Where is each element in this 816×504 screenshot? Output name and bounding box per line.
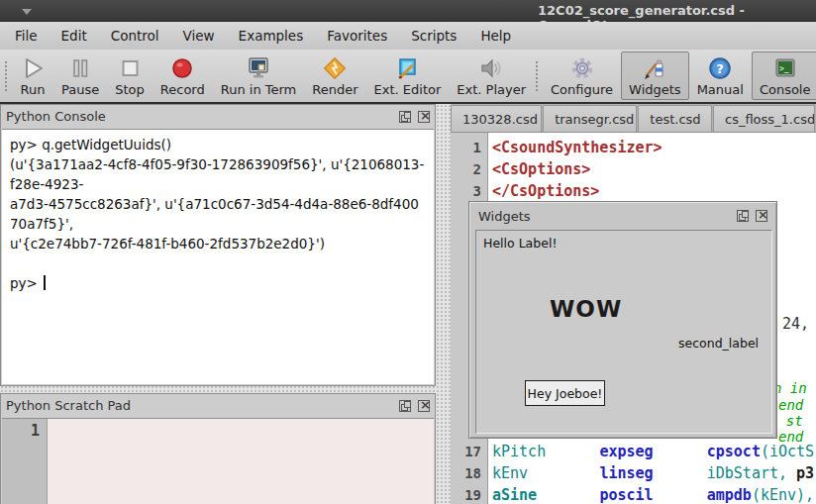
toolbar-button-label: Console bbox=[760, 82, 811, 97]
close-panel-icon[interactable] bbox=[418, 111, 430, 123]
console-line: py> bbox=[10, 273, 426, 293]
toolbar: RunPauseStopRecordRun in TermRenderExt. … bbox=[0, 50, 816, 104]
exteditor-icon bbox=[394, 55, 420, 81]
menu-file[interactable]: File bbox=[3, 24, 50, 48]
console-line: u'{c2e74bb7-726f-481f-b460-2fd537b2e2d0}… bbox=[10, 234, 426, 253]
hey-joeboe-button[interactable]: Hey Joeboe! bbox=[525, 380, 605, 406]
toolbar-console-button[interactable]: Console bbox=[752, 51, 816, 100]
close-panel-icon[interactable] bbox=[756, 210, 767, 222]
code-line: kEnv linseg iDbStart, p3 bbox=[492, 462, 814, 484]
toolbar-button-label: Stop bbox=[115, 82, 145, 97]
console-line: (u'{3a171aa2-4cf8-4f05-9f30-172863909f56… bbox=[10, 154, 426, 194]
menubar: FileEditControlViewExamplesFavoritesScri… bbox=[0, 22, 816, 50]
widgets-icon bbox=[642, 55, 667, 81]
line-number: 18 bbox=[464, 462, 481, 484]
menu-view[interactable]: View bbox=[171, 24, 227, 48]
float-panel-icon[interactable] bbox=[399, 111, 411, 123]
tab-130328.csd[interactable]: 130328.csd✖ bbox=[451, 105, 542, 132]
toolbar-widgets-button[interactable]: Widgets bbox=[621, 51, 689, 100]
menu-help[interactable]: Help bbox=[468, 24, 523, 48]
record-icon bbox=[169, 55, 195, 81]
toolbar-button-label: Ext. Player bbox=[457, 82, 526, 97]
line-number: 1 bbox=[473, 137, 481, 158]
console-line bbox=[10, 253, 426, 273]
code-line: </CsOptions> bbox=[492, 180, 599, 202]
toolbar-configure-button[interactable]: Configure bbox=[543, 51, 621, 100]
code-fragment: n in bbox=[773, 379, 807, 397]
toolbar-button-label: Record bbox=[160, 82, 205, 97]
stop-icon bbox=[117, 55, 143, 81]
toolbar-runterm-button[interactable]: Run in Term bbox=[213, 51, 305, 100]
code-line: <CsOptions> bbox=[492, 158, 590, 180]
document-tabbar: 130328.csd✖transegr.csd✖test.csd✖cs_flos… bbox=[451, 104, 816, 133]
run-icon bbox=[20, 55, 46, 81]
python-console-panel: Python Console py> q.getWidgetUuids()(u'… bbox=[0, 104, 436, 386]
configure-icon bbox=[569, 55, 595, 81]
menu-edit[interactable]: Edit bbox=[50, 24, 99, 48]
second-label: second_label bbox=[678, 336, 759, 351]
manual-icon bbox=[707, 55, 733, 81]
menu-examples[interactable]: Examples bbox=[227, 24, 316, 48]
console-line: py> q.getWidgetUuids() bbox=[10, 135, 426, 154]
python-scratch-pad-panel: Python Scratch Pad 1 bbox=[0, 393, 436, 504]
code-line: <CsoundSynthesizer> bbox=[492, 137, 663, 158]
runterm-icon bbox=[246, 55, 271, 81]
tab-transegr.csd[interactable]: transegr.csd✖ bbox=[543, 105, 637, 132]
widgets-window-title: Widgets bbox=[478, 209, 531, 224]
toolbar-button-label: Manual bbox=[697, 82, 744, 97]
toolbar-button-label: Widgets bbox=[629, 82, 681, 97]
render-icon bbox=[322, 55, 348, 81]
scratch-pad-titlebar[interactable]: Python Scratch Pad bbox=[1, 394, 435, 417]
scratch-pad-gutter: 1 bbox=[2, 419, 48, 504]
line-number: 2 bbox=[473, 158, 481, 180]
line-number: 19 bbox=[464, 484, 481, 504]
wow-label: WOW bbox=[550, 296, 622, 322]
float-panel-icon[interactable] bbox=[399, 400, 411, 412]
code-line: aSine poscil ampdb(kEnv), bbox=[492, 484, 814, 504]
widgets-window-titlebar[interactable]: Widgets bbox=[469, 202, 776, 230]
tab-label: transegr.csd bbox=[555, 112, 634, 127]
console-icon bbox=[772, 55, 798, 81]
line-number: 17 bbox=[464, 441, 481, 462]
toolbar-button-label: Run in Term bbox=[221, 82, 297, 97]
tab-cs_floss_1.csd[interactable]: cs_floss_1.csd✖ bbox=[713, 105, 815, 132]
float-panel-icon[interactable] bbox=[737, 210, 749, 222]
close-panel-icon[interactable] bbox=[418, 400, 430, 412]
toolbar-render-button[interactable]: Render bbox=[304, 51, 365, 100]
python-console-titlebar[interactable]: Python Console bbox=[1, 105, 435, 128]
tab-close-icon[interactable]: ✖ bbox=[710, 112, 712, 127]
toolbar-record-button[interactable]: Record bbox=[153, 51, 213, 100]
toolbar-extplayer-button[interactable]: Ext. Player bbox=[449, 51, 534, 100]
pause-icon bbox=[67, 55, 93, 81]
toolbar-button-label: Run bbox=[21, 82, 46, 97]
titlebar-menu-arrow-icon[interactable] bbox=[22, 9, 32, 15]
toolbar-run-button[interactable]: Run bbox=[12, 51, 53, 100]
menu-scripts[interactable]: Scripts bbox=[399, 24, 468, 48]
toolbar-exteditor-button[interactable]: Ext. Editor bbox=[366, 51, 450, 100]
code-fragment: 24, bbox=[782, 315, 809, 333]
hello-label: Hello Label! bbox=[483, 236, 557, 251]
console-line: a7d3-4575cc8263af}', u'{a71c0c67-3d54-4d… bbox=[10, 194, 426, 234]
tab-label: cs_floss_1.csd bbox=[725, 112, 815, 127]
tab-label: 130328.csd bbox=[462, 112, 538, 127]
toolbar-handle[interactable] bbox=[536, 61, 538, 91]
toolbar-handle[interactable] bbox=[5, 61, 7, 91]
extplayer-icon bbox=[478, 55, 504, 81]
toolbar-button-label: Pause bbox=[61, 82, 99, 97]
toolbar-button-label: Render bbox=[312, 82, 357, 97]
toolbar-stop-button[interactable]: Stop bbox=[107, 51, 153, 100]
toolbar-button-label: Configure bbox=[551, 82, 613, 97]
toolbar-pause-button[interactable]: Pause bbox=[53, 51, 107, 100]
tab-test.csd[interactable]: test.csd✖ bbox=[638, 105, 712, 132]
menu-favorites[interactable]: Favorites bbox=[315, 24, 399, 48]
menu-control[interactable]: Control bbox=[99, 24, 171, 48]
code-line: kPitch expseg cpsoct(iOctS bbox=[492, 441, 814, 462]
toolbar-manual-button[interactable]: Manual bbox=[689, 51, 752, 100]
python-console-output[interactable]: py> q.getWidgetUuids()(u'{3a171aa2-4cf8-… bbox=[2, 129, 434, 384]
titlebar: 12C02_score_generator.csd - CsoundQt bbox=[0, 0, 816, 22]
text-cursor bbox=[44, 275, 46, 290]
scratch-pad-editor[interactable]: 1 bbox=[2, 418, 434, 504]
widgets-canvas: Hello Label! WOW second_label Hey Joeboe… bbox=[475, 230, 772, 434]
tab-label: test.csd bbox=[650, 112, 700, 127]
csoundqt-window: { "window": { "title": "12C02_score_gene… bbox=[0, 0, 816, 504]
